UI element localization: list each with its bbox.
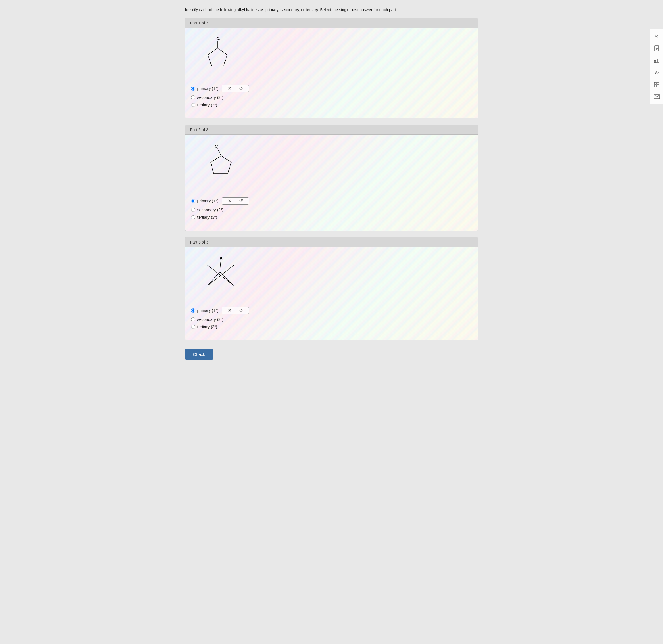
radio-1-tertiary[interactable] bbox=[191, 103, 195, 107]
svg-marker-2 bbox=[208, 48, 227, 66]
radio-option-1-1: primary (1°)✕↺ bbox=[191, 85, 472, 92]
right-sidebar: ∞ Aᵣ bbox=[650, 29, 663, 104]
svg-marker-5 bbox=[211, 156, 231, 174]
check-button[interactable]: Check bbox=[185, 349, 213, 360]
svg-line-4 bbox=[218, 148, 221, 156]
part-body-3: Br primary (1°)✕↺secondary (2°)tertiary … bbox=[185, 247, 478, 340]
radio-label-1-3: tertiary (3°) bbox=[198, 103, 217, 107]
radio-label-3-1: primary (1°) bbox=[198, 308, 219, 313]
radio-option-3-2: secondary (2°) bbox=[191, 317, 472, 322]
part-section-3: Part 3 of 3 Br primary (1°)✕↺secondary (… bbox=[185, 237, 478, 340]
radio-label-2-1: primary (1°) bbox=[198, 199, 219, 203]
part-body-2: Cl primary (1°)✕↺secondary (2°)tertiary … bbox=[185, 135, 478, 230]
radio-3-primary[interactable] bbox=[191, 309, 195, 312]
molecule-area-1: Cl bbox=[191, 35, 472, 78]
part-header-2: Part 2 of 3 bbox=[185, 125, 478, 135]
svg-text:Cl: Cl bbox=[215, 144, 219, 149]
infinity-icon[interactable]: ∞ bbox=[653, 32, 661, 40]
radio-option-3-1: primary (1°)✕↺ bbox=[191, 307, 472, 314]
options-area-2: primary (1°)✕↺secondary (2°)tertiary (3°… bbox=[191, 197, 472, 220]
part-header-1: Part 1 of 3 bbox=[185, 18, 478, 28]
part-section-1: Part 1 of 3 Cl primary (1°)✕↺secondary (… bbox=[185, 18, 478, 118]
retry-button-2[interactable]: ↺ bbox=[238, 199, 244, 203]
svg-rect-20 bbox=[657, 82, 659, 84]
clear-button-1[interactable]: ✕ bbox=[227, 86, 233, 91]
svg-rect-16 bbox=[655, 60, 656, 63]
radio-1-primary[interactable] bbox=[191, 87, 195, 91]
svg-line-7 bbox=[220, 261, 221, 271]
main-container: Identify each of the following alkyl hal… bbox=[179, 0, 484, 377]
answer-buttons-2: ✕↺ bbox=[222, 197, 249, 205]
part-section-2: Part 2 of 3 Cl primary (1°)✕↺secondary (… bbox=[185, 125, 478, 231]
radio-option-2-1: primary (1°)✕↺ bbox=[191, 197, 472, 205]
instructions-text: Identify each of the following alkyl hal… bbox=[185, 7, 478, 13]
radio-3-secondary[interactable] bbox=[191, 317, 195, 321]
document-icon[interactable] bbox=[653, 44, 661, 52]
options-area-1: primary (1°)✕↺secondary (2°)tertiary (3°… bbox=[191, 85, 472, 107]
retry-button-3[interactable]: ↺ bbox=[238, 308, 244, 313]
radio-label-1-2: secondary (2°) bbox=[198, 95, 224, 100]
answer-buttons-1: ✕↺ bbox=[222, 85, 249, 92]
radio-label-1-1: primary (1°) bbox=[198, 86, 219, 91]
parts-container: Part 1 of 3 Cl primary (1°)✕↺secondary (… bbox=[185, 18, 478, 340]
radio-2-tertiary[interactable] bbox=[191, 215, 195, 219]
svg-rect-17 bbox=[656, 59, 657, 63]
radio-2-secondary[interactable] bbox=[191, 208, 195, 212]
radio-1-secondary[interactable] bbox=[191, 95, 195, 99]
options-area-3: primary (1°)✕↺secondary (2°)tertiary (3°… bbox=[191, 307, 472, 329]
part-header-3: Part 3 of 3 bbox=[185, 238, 478, 247]
svg-rect-18 bbox=[658, 58, 659, 63]
radio-label-3-2: secondary (2°) bbox=[198, 317, 224, 322]
svg-rect-22 bbox=[657, 85, 659, 87]
radio-3-tertiary[interactable] bbox=[191, 325, 195, 329]
molecule-area-2: Cl bbox=[191, 141, 472, 190]
clear-button-3[interactable]: ✕ bbox=[227, 308, 233, 313]
radio-label-2-3: tertiary (3°) bbox=[198, 215, 217, 220]
text-icon[interactable]: Aᵣ bbox=[653, 68, 661, 76]
svg-text:Br: Br bbox=[220, 257, 224, 261]
molecule-area-3: Br bbox=[191, 254, 472, 300]
retry-button-1[interactable]: ↺ bbox=[238, 86, 244, 91]
part-body-1: Cl primary (1°)✕↺secondary (2°)tertiary … bbox=[185, 28, 478, 118]
answer-buttons-3: ✕↺ bbox=[222, 307, 249, 314]
mail-icon[interactable] bbox=[653, 93, 661, 101]
radio-label-2-2: secondary (2°) bbox=[198, 207, 224, 212]
radio-option-1-3: tertiary (3°) bbox=[191, 103, 472, 107]
radio-label-3-3: tertiary (3°) bbox=[198, 325, 217, 329]
svg-rect-19 bbox=[655, 82, 656, 84]
svg-rect-21 bbox=[655, 85, 656, 87]
radio-option-1-2: secondary (2°) bbox=[191, 95, 472, 100]
radio-option-3-3: tertiary (3°) bbox=[191, 325, 472, 329]
svg-line-9 bbox=[220, 272, 234, 286]
chart-icon[interactable] bbox=[653, 57, 661, 64]
radio-2-primary[interactable] bbox=[191, 199, 195, 203]
radio-option-2-2: secondary (2°) bbox=[191, 207, 472, 212]
svg-line-8 bbox=[208, 272, 220, 286]
svg-text:Cl: Cl bbox=[216, 36, 221, 41]
grid-icon[interactable] bbox=[653, 81, 661, 89]
clear-button-2[interactable]: ✕ bbox=[227, 199, 233, 203]
radio-option-2-3: tertiary (3°) bbox=[191, 215, 472, 220]
